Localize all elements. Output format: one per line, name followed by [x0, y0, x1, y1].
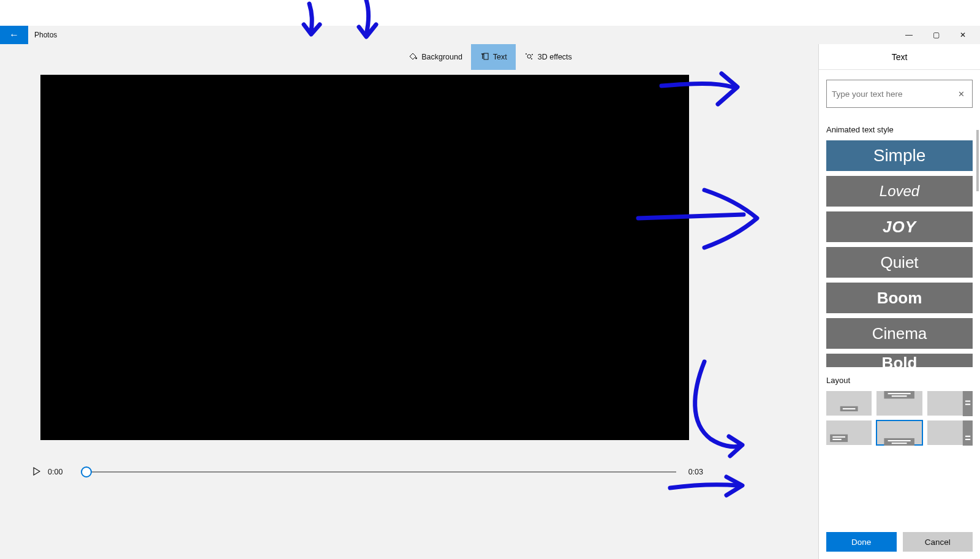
sparkle-icon	[524, 51, 534, 63]
done-button-label: Done	[851, 538, 871, 547]
svg-rect-20	[962, 420, 973, 446]
play-button[interactable]	[28, 463, 45, 481]
text-style-bold[interactable]: Bold	[826, 354, 973, 367]
window-controls: — ▢ ✕	[895, 26, 976, 44]
svg-rect-1	[484, 53, 488, 59]
text-style-label: Simple	[873, 146, 926, 165]
text-style-joy[interactable]: JOY	[826, 211, 973, 242]
maximize-icon: ▢	[933, 31, 940, 39]
close-icon: ✕	[960, 31, 966, 39]
svg-rect-13	[965, 404, 970, 405]
layout-section-label: Layout	[826, 376, 973, 385]
done-button[interactable]: Done	[826, 532, 897, 552]
app-title: Photos	[34, 31, 57, 39]
svg-point-3	[526, 53, 527, 55]
svg-rect-17	[884, 438, 915, 446]
seek-track[interactable]	[86, 471, 676, 473]
toolbar-background[interactable]: Background	[399, 44, 471, 70]
back-button[interactable]: ←	[0, 26, 28, 44]
text-style-loved[interactable]: Loved	[826, 176, 973, 207]
toolbar-3d-effects-label: 3D effects	[538, 53, 572, 61]
paint-bucket-icon	[408, 51, 418, 63]
text-input-container: ✕	[826, 80, 973, 108]
svg-rect-16	[832, 439, 841, 440]
svg-rect-15	[832, 436, 845, 438]
text-style-label: Bold	[882, 354, 918, 367]
video-preview[interactable]	[40, 75, 689, 440]
layout-option-3[interactable]	[826, 420, 872, 445]
minimize-icon: —	[905, 31, 913, 39]
svg-point-2	[527, 55, 531, 58]
layout-grid	[826, 391, 973, 445]
svg-rect-12	[965, 400, 970, 401]
caption-text-input[interactable]	[832, 89, 956, 99]
svg-rect-10	[892, 395, 907, 397]
text-style-quiet[interactable]: Quiet	[826, 247, 973, 278]
text-style-label: Boom	[877, 289, 922, 308]
layout-option-1[interactable]	[876, 391, 922, 416]
toolbar-text[interactable]: Text	[471, 44, 516, 70]
text-style-boom[interactable]: Boom	[826, 283, 973, 313]
window-titlebar: ← Photos — ▢ ✕	[0, 26, 980, 44]
text-style-list: Simple Loved JOY Quiet Boom Cinema Bold	[826, 140, 973, 367]
layout-option-5[interactable]	[927, 420, 973, 445]
scrollbar-thumb[interactable]	[976, 130, 979, 191]
cancel-button-label: Cancel	[925, 538, 951, 547]
text-style-cinema[interactable]: Cinema	[826, 318, 973, 349]
svg-rect-18	[888, 440, 911, 441]
svg-point-4	[532, 54, 533, 55]
text-style-label: JOY	[883, 218, 916, 237]
layout-option-0[interactable]	[826, 391, 872, 416]
text-icon	[480, 51, 489, 63]
playback-controls: 0:00 0:03	[28, 454, 707, 490]
styles-section-label: Animated text style	[826, 125, 973, 134]
text-style-label: Quiet	[880, 253, 918, 272]
play-icon	[33, 467, 40, 477]
app-body: Background Text 3D effects 0:00 0:03	[0, 44, 980, 559]
side-panel-content: ✕ Animated text style Simple Loved JOY Q…	[819, 70, 980, 525]
minimize-button[interactable]: —	[895, 26, 922, 44]
arrow-left-icon: ←	[9, 29, 19, 40]
toolbar-text-label: Text	[493, 53, 507, 61]
time-end: 0:03	[688, 468, 703, 476]
svg-rect-21	[965, 436, 970, 437]
svg-point-0	[415, 57, 417, 59]
svg-rect-7	[843, 408, 856, 409]
time-current: 0:00	[48, 468, 62, 476]
cancel-button[interactable]: Cancel	[903, 532, 973, 552]
maximize-button[interactable]: ▢	[922, 26, 949, 44]
svg-rect-19	[892, 443, 907, 444]
clear-text-button[interactable]: ✕	[956, 89, 967, 99]
svg-rect-14	[830, 435, 848, 442]
layout-option-2[interactable]	[927, 391, 973, 416]
svg-point-5	[531, 58, 532, 59]
svg-rect-9	[888, 393, 911, 394]
text-style-simple[interactable]: Simple	[826, 140, 973, 171]
layout-section: Layout	[826, 376, 973, 445]
text-style-label: Cinema	[872, 324, 927, 343]
seek-handle[interactable]	[81, 466, 92, 477]
svg-rect-8	[884, 391, 915, 398]
toolbar-background-label: Background	[421, 53, 462, 61]
side-panel-scrollbar[interactable]	[976, 130, 979, 375]
toolbar-3d-effects[interactable]: 3D effects	[516, 44, 581, 70]
text-side-panel: Text ✕ Animated text style Simple Loved …	[818, 44, 980, 559]
layout-option-4[interactable]	[876, 420, 922, 445]
side-panel-footer: Done Cancel	[819, 525, 980, 559]
svg-rect-22	[965, 439, 970, 440]
close-button[interactable]: ✕	[949, 26, 976, 44]
side-panel-title: Text	[819, 44, 980, 70]
text-style-label: Loved	[880, 183, 919, 200]
